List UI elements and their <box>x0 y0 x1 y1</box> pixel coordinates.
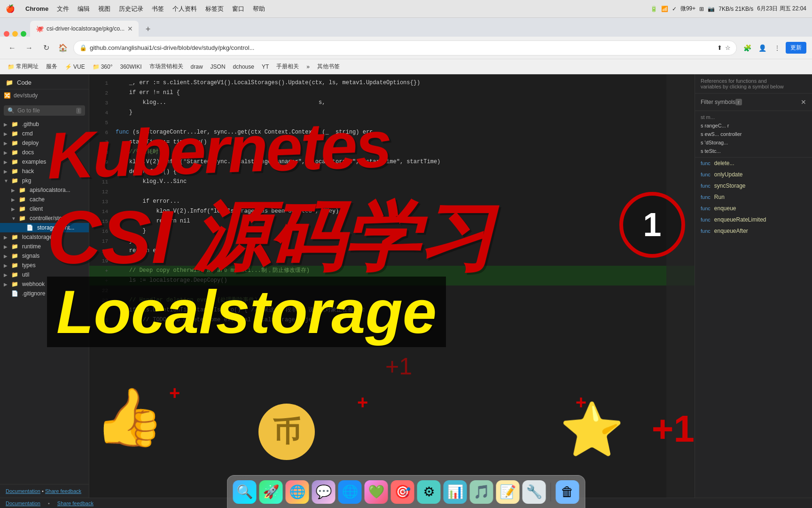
tree-arrow: ▶ <box>4 159 9 165</box>
new-tab-button[interactable]: + <box>141 22 156 37</box>
bookmark-marketing[interactable]: 市场营销相关 <box>147 62 186 71</box>
dock-safari[interactable]: 🌐 <box>286 480 309 504</box>
file-search-box[interactable]: 🔍 Go to file t <box>4 105 85 116</box>
tree-arrow: ▶ <box>4 141 9 146</box>
control-center[interactable]: ⊞ <box>699 6 704 12</box>
bookmark-draw[interactable]: draw <box>188 63 206 71</box>
line-content: // Deep copy otherwise we are mutati...制… <box>116 266 687 276</box>
menu-history[interactable]: 历史记录 <box>119 5 143 13</box>
menu-view[interactable]: 视图 <box>98 5 110 13</box>
tree-item[interactable]: ▶ 📁 cache <box>0 195 89 204</box>
tree-item[interactable]: ▶ 📁 client <box>0 204 89 214</box>
dock-messages[interactable]: 💬 <box>312 480 336 504</box>
share-icon[interactable]: ⬆ <box>717 44 722 51</box>
dock-finder[interactable]: 🔍 <box>233 480 257 504</box>
tree-item[interactable]: ▶ 📁 cmd <box>0 129 89 138</box>
menu-bookmarks[interactable]: 书签 <box>152 5 164 13</box>
symbol-item[interactable]: func onlyUpdate <box>695 169 812 180</box>
symbol-item[interactable]: func enqueueAfter <box>695 225 812 237</box>
tree-item[interactable]: ▶ 📁 hack <box>0 167 89 176</box>
menu-file[interactable]: 文件 <box>57 5 69 13</box>
update-button[interactable]: 更新 <box>786 42 806 54</box>
bookmark-other[interactable]: 其他书签 <box>314 62 343 71</box>
tab-close-button[interactable]: ✕ <box>127 25 133 32</box>
doc-link[interactable]: Documentation <box>6 488 40 494</box>
dock-app4[interactable]: 🎵 <box>470 480 493 504</box>
tree-item[interactable]: ▼ 📁 controller/stor... <box>0 214 89 223</box>
outline-item-4[interactable]: s teStc... <box>695 147 812 155</box>
dock-wechat[interactable]: 💚 <box>365 480 388 504</box>
menu-edit[interactable]: 编辑 <box>78 5 90 13</box>
dock-app2[interactable]: ⚙ <box>417 480 441 504</box>
branch-selector[interactable]: 🔀 dev/study <box>0 89 89 102</box>
tree-item[interactable]: ▶ 📁 webhook <box>0 279 89 289</box>
symbol-item[interactable]: func Run <box>695 191 812 203</box>
feedback-link[interactable]: Share feedback <box>45 488 81 494</box>
browser-tab[interactable]: 🐙 csi-driver-localstorage/pkg/co... ✕ <box>30 21 139 37</box>
tree-item[interactable]: ▶ 📁 .github <box>0 119 89 129</box>
outline-item-0[interactable]: st m... <box>695 113 812 121</box>
menu-help[interactable]: 帮助 <box>253 5 265 13</box>
bookmark-vue[interactable]: ⚡ VUE <box>62 63 88 71</box>
tree-item[interactable]: ▶ 📁 util <box>0 270 89 279</box>
line-number: 15 <box>89 216 108 226</box>
tree-item[interactable]: 📄 storage_cont... <box>0 223 89 232</box>
close-panel-button[interactable]: ✕ <box>801 98 806 106</box>
bookmark-fuwu[interactable]: 服务 <box>43 62 60 71</box>
bookmark-360wiki[interactable]: 360WIKI <box>117 63 145 71</box>
extensions-button[interactable]: 🧩 <box>741 41 754 55</box>
symbol-item[interactable]: func syncStorage <box>695 180 812 191</box>
symbol-item[interactable]: func enqueue <box>695 203 812 214</box>
app-name[interactable]: Chrome <box>25 5 48 12</box>
dock-launchpad[interactable]: 🚀 <box>259 480 283 504</box>
apple-menu[interactable]: 🍎 <box>6 4 15 13</box>
home-button[interactable]: 🏠 <box>56 41 70 55</box>
tree-item[interactable]: ▶ 📁 signals <box>0 251 89 261</box>
dock-chrome[interactable]: 🌐 <box>338 480 362 504</box>
menu-profile[interactable]: 个人资料 <box>172 5 197 13</box>
tree-item[interactable]: ▶ 📁 docs <box>0 148 89 157</box>
dock-app1[interactable]: 🎯 <box>391 480 414 504</box>
bookmark-360[interactable]: 📁 360° <box>90 63 116 71</box>
tree-item[interactable]: ▼ 📁 pkg <box>0 176 89 185</box>
fullscreen-window-button[interactable] <box>21 31 26 37</box>
dock-app3[interactable]: 📊 <box>444 480 467 504</box>
minimize-window-button[interactable] <box>12 31 18 37</box>
code-content[interactable]: 1 _, err := s.client.StorageV1().LocalSt… <box>89 74 695 498</box>
address-bar[interactable]: 🔒 github.com/anglishuai1/csi-drive/blob/… <box>73 40 737 56</box>
refresh-button[interactable]: ↻ <box>39 41 53 55</box>
tree-item[interactable]: ▶ 📁 runtime <box>0 242 89 251</box>
line-content: } <box>116 236 687 246</box>
tree-item[interactable]: 📄 .gitignore <box>0 289 89 298</box>
bookmark-dchouse[interactable]: dchouse <box>230 63 257 71</box>
tree-item[interactable]: ▶ 📁 apis/localstora... <box>0 185 89 195</box>
documentation-link[interactable]: Documentation <box>6 500 40 506</box>
tree-item[interactable]: ▶ 📁 types <box>0 261 89 270</box>
bookmark-json[interactable]: JSON <box>208 63 228 71</box>
outline-item-2[interactable]: s ewS... controller <box>695 130 812 138</box>
bookmark-more[interactable]: » <box>304 63 312 71</box>
bookmark-changuyouwang[interactable]: 📁 常用网址 <box>5 62 41 71</box>
symbol-item[interactable]: func delete... <box>695 158 812 169</box>
menu-window[interactable]: 窗口 <box>232 5 244 13</box>
tree-item[interactable]: ▶ 📁 examples <box>0 157 89 167</box>
dock-app6[interactable]: 🔧 <box>523 480 546 504</box>
symbol-item[interactable]: func enqueueRateLimited <box>695 214 812 225</box>
outline-item-1[interactable]: s rangeC... r <box>695 121 812 130</box>
profile-button[interactable]: 👤 <box>756 41 769 55</box>
bookmark-star-icon[interactable]: ☆ <box>725 44 731 51</box>
outline-item-3[interactable]: s 'dStorag... <box>695 138 812 147</box>
dock-app5[interactable]: 📝 <box>496 480 520 504</box>
tree-item[interactable]: ▶ 📁 deploy <box>0 138 89 148</box>
dock-trash[interactable]: 🗑 <box>556 480 579 504</box>
close-window-button[interactable] <box>4 31 9 37</box>
tree-item[interactable]: ▶ 📁 localstorage <box>0 232 89 242</box>
bookmark-yt[interactable]: YT <box>259 63 272 71</box>
share-feedback-link[interactable]: Share feedback <box>57 500 94 506</box>
tree-item-label: docs <box>22 149 34 156</box>
back-button[interactable]: ← <box>6 41 19 55</box>
forward-button[interactable]: → <box>23 41 36 55</box>
menu-tabs[interactable]: 标签页 <box>205 5 224 13</box>
more-button[interactable]: ⋮ <box>771 41 784 55</box>
bookmark-manual[interactable]: 手册相关 <box>273 62 302 71</box>
